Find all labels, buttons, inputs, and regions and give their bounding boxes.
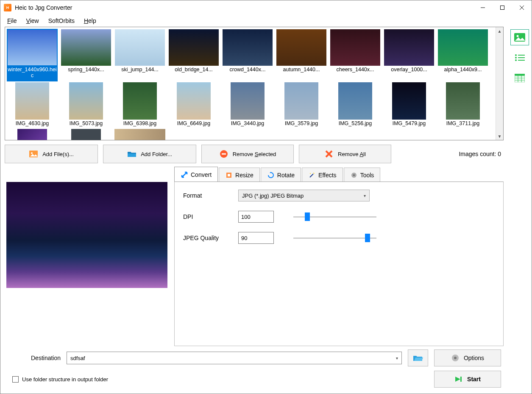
thumbnail-image xyxy=(177,82,211,120)
thumbnail[interactable]: IMG_5479.jpg xyxy=(383,82,435,128)
view-list-button[interactable] xyxy=(510,50,529,66)
minimize-button[interactable] xyxy=(473,1,493,14)
format-select[interactable]: JPG (*.jpg) JPEG Bitmap ▾ xyxy=(238,190,370,201)
thumbnail-image xyxy=(123,82,157,120)
thumbnail-image xyxy=(446,82,480,120)
thumbnail[interactable]: IMG_3579.jpg xyxy=(275,82,328,128)
view-details-button[interactable] xyxy=(510,70,529,86)
use-folder-structure-check[interactable]: Use folder structure in output folder xyxy=(7,376,108,383)
menu-file[interactable]: File xyxy=(3,16,21,26)
close-button[interactable] xyxy=(512,1,532,14)
checkbox-icon xyxy=(12,376,19,383)
dpi-slider[interactable] xyxy=(293,212,376,221)
chevron-down-icon: ▾ xyxy=(396,356,398,360)
svg-rect-17 xyxy=(460,377,462,382)
svg-point-14 xyxy=(353,174,355,176)
thumbnail-image xyxy=(276,29,327,66)
thumbnail-caption: IMG_3579.jpg xyxy=(285,120,318,128)
destination-label: Destination xyxy=(7,355,61,361)
thumbnail[interactable]: winter_1440x960.heic xyxy=(6,29,58,81)
window-title: Heic to Jpg Converter xyxy=(15,4,72,11)
thumbnail[interactable]: IMG_3440.jpg xyxy=(221,82,274,128)
thumbnail[interactable]: old_bridge_14... xyxy=(167,29,220,81)
quality-input[interactable] xyxy=(238,232,274,244)
thumbnail-image xyxy=(222,29,273,66)
menu-softorbits[interactable]: SoftOrbits xyxy=(44,16,79,26)
thumbnail[interactable]: IMG_6649.jpg xyxy=(167,82,220,128)
add-files-button[interactable]: Add File(s)... xyxy=(5,145,98,163)
dpi-input[interactable] xyxy=(238,211,274,223)
remove-selected-button[interactable]: Remove Selected xyxy=(201,145,294,163)
thumbnail-caption: spring_1440x... xyxy=(61,66,111,75)
view-thumbnails-button[interactable] xyxy=(510,29,529,45)
thumbnail-image xyxy=(437,29,488,66)
thumbnail-caption: IMG_5479.jpg xyxy=(393,120,426,128)
options-button[interactable]: Options xyxy=(434,349,501,366)
menu-help[interactable]: Help xyxy=(80,16,100,26)
tab-rotate[interactable]: Rotate xyxy=(261,168,301,182)
thumbnail[interactable]: spring_1440x... xyxy=(60,29,112,81)
svg-point-12 xyxy=(310,173,311,174)
effects-icon xyxy=(308,171,316,179)
add-files-label: Add File(s)... xyxy=(42,151,74,157)
maximize-button[interactable] xyxy=(493,1,512,14)
destination-combo[interactable]: sdfsaf ▾ xyxy=(67,352,402,364)
thumbnail[interactable]: alpha_1440x9... xyxy=(437,29,489,81)
remove-all-label: Remove All xyxy=(338,151,366,157)
thumbnail-partial[interactable] xyxy=(6,129,58,140)
thumbnail-image xyxy=(7,29,58,66)
thumbnail-caption: crowd_1440x... xyxy=(222,66,273,75)
thumbnail-caption: IMG_6398.jpg xyxy=(123,120,157,128)
svg-point-20 xyxy=(515,54,517,56)
thumbnail[interactable]: IMG_6398.jpg xyxy=(114,82,166,128)
svg-point-24 xyxy=(515,59,517,61)
thumbnail[interactable]: crowd_1440x... xyxy=(221,29,274,81)
thumbnail-caption: cheers_1440x... xyxy=(330,66,381,75)
tabs: Convert Resize Rotate Effects Tools xyxy=(174,167,504,182)
thumbnail-partial[interactable] xyxy=(114,129,166,140)
thumbnail[interactable]: cheers_1440x... xyxy=(329,29,382,81)
start-button[interactable]: Start xyxy=(434,371,501,388)
add-folder-button[interactable]: Add Folder... xyxy=(103,145,196,163)
thumbnail-image xyxy=(330,29,381,66)
tab-tools[interactable]: Tools xyxy=(344,168,381,182)
titlebar: H Heic to Jpg Converter xyxy=(0,0,532,15)
thumbnail-partial[interactable] xyxy=(60,129,112,140)
tab-effects[interactable]: Effects xyxy=(302,168,343,182)
svg-point-16 xyxy=(454,357,457,359)
thumbnail[interactable]: IMG_4630.jpg xyxy=(6,82,58,128)
thumbnail-image xyxy=(338,82,372,120)
svg-point-22 xyxy=(515,57,517,59)
tab-resize[interactable]: Resize xyxy=(219,168,260,182)
thumbnail-image xyxy=(168,29,219,66)
thumbnail-image xyxy=(114,29,165,66)
menu-view[interactable]: View xyxy=(22,16,43,26)
thumbnail-caption: IMG_3711.jpg xyxy=(446,120,480,128)
remove-all-button[interactable]: Remove All xyxy=(299,145,391,163)
thumbnail[interactable]: IMG_3711.jpg xyxy=(437,82,489,128)
scroll-up-icon[interactable]: ▲ xyxy=(496,27,503,35)
thumbnail[interactable]: autumn_1440... xyxy=(275,29,328,81)
scroll-down-icon[interactable]: ▼ xyxy=(496,132,503,140)
remove-icon xyxy=(219,150,228,158)
thumbnail[interactable]: ski_jump_144... xyxy=(114,29,166,81)
svg-point-19 xyxy=(517,35,519,37)
play-icon xyxy=(454,376,463,383)
action-bar: Add File(s)... Add Folder... Remove Sele… xyxy=(5,140,504,167)
thumbnail-image xyxy=(15,82,49,120)
thumbnail[interactable]: IMG_5073.jpg xyxy=(60,82,112,128)
thumbnail-caption: IMG_4630.jpg xyxy=(16,120,49,128)
chevron-down-icon: ▾ xyxy=(364,193,366,198)
thumbnail-caption: IMG_6649.jpg xyxy=(177,120,211,128)
resize-icon xyxy=(225,171,233,179)
gallery-scrollbar[interactable]: ▲ ▼ xyxy=(496,27,503,140)
remove-selected-label: Remove Selected xyxy=(233,151,276,157)
thumbnail[interactable]: overlay_1000... xyxy=(383,29,435,81)
browse-button[interactable] xyxy=(408,349,428,366)
convert-tab-body: Format JPG (*.jpg) JPEG Bitmap ▾ DPI xyxy=(174,182,504,346)
tools-icon xyxy=(350,171,358,179)
quality-slider[interactable] xyxy=(293,234,376,242)
thumbnail-caption: old_bridge_14... xyxy=(168,66,219,75)
thumbnail[interactable]: IMG_5256.jpg xyxy=(329,82,382,128)
tab-convert[interactable]: Convert xyxy=(174,167,218,182)
